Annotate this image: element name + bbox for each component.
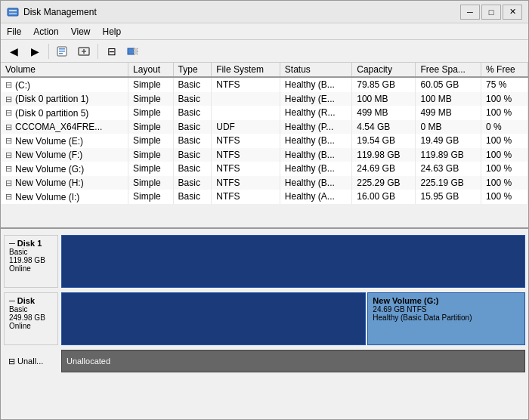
partition-g-status: Healthy (Basic Data Partition): [373, 313, 520, 322]
table-row[interactable]: ⊟(Disk 0 partition 5)SimpleBasicHealthy …: [1, 106, 528, 120]
disk2-type: Basic: [9, 305, 53, 313]
cell-layout: Simple: [128, 77, 173, 92]
svg-rect-10: [128, 48, 134, 54]
disk1-name: ─ Disk 1: [9, 239, 53, 248]
cell-volume: ⊟New Volume (G:): [1, 162, 128, 176]
cell-fs: NTFS: [212, 134, 280, 148]
main-content: Volume Layout Type File System Status Ca…: [1, 63, 528, 419]
cell-volume: ⊟(C:): [1, 77, 128, 92]
minimize-button[interactable]: ─: [460, 5, 480, 20]
app-icon: [7, 6, 19, 18]
table-row[interactable]: ⊟(C:)SimpleBasicNTFSHealthy (B...79.85 G…: [1, 77, 528, 92]
cell-pct: 100 %: [481, 190, 528, 204]
table-row[interactable]: ⊟New Volume (E:)SimpleBasicNTFSHealthy (…: [1, 134, 528, 148]
cell-free: 119.89 GB: [416, 148, 481, 162]
table-row[interactable]: ⊟New Volume (I:)SimpleBasicNTFSHealthy (…: [1, 190, 528, 204]
col-volume: Volume: [1, 63, 128, 77]
svg-rect-5: [59, 51, 65, 52]
cell-pct: 100 %: [481, 176, 528, 190]
cell-volume: ⊟CCCOMA_X64FRE...: [1, 120, 128, 134]
maximize-button[interactable]: □: [481, 5, 501, 20]
menu-bar: File Action View Help: [1, 23, 528, 40]
svg-rect-2: [9, 13, 17, 14]
menu-file[interactable]: File: [1, 25, 27, 39]
cell-layout: Simple: [128, 106, 173, 120]
cell-free: 499 MB: [416, 106, 481, 120]
cell-fs: NTFS: [212, 148, 280, 162]
cell-type: Basic: [173, 148, 212, 162]
cell-volume: ⊟(Disk 0 partition 5): [1, 106, 128, 120]
disk1-type: Basic: [9, 248, 53, 256]
cell-pct: 0 %: [481, 120, 528, 134]
cell-fs: [212, 106, 280, 120]
cell-type: Basic: [173, 77, 212, 92]
table-header-row: Volume Layout Type File System Status Ca…: [1, 63, 528, 77]
cell-layout: Simple: [128, 92, 173, 107]
disk-properties-button[interactable]: [53, 42, 73, 60]
cell-status: Healthy (B...: [280, 162, 351, 176]
col-pctfree: % Free: [481, 63, 528, 77]
cell-pct: 75 %: [481, 77, 528, 92]
cell-layout: Simple: [128, 190, 173, 204]
cell-free: 60.05 GB: [416, 77, 481, 92]
cell-capacity: 24.69 GB: [352, 162, 416, 176]
cell-capacity: 16.00 GB: [352, 190, 416, 204]
unallocated-icon: ⊟ Unall...: [8, 357, 43, 366]
cell-type: Basic: [173, 134, 212, 148]
toolbar-separator-2: [97, 44, 98, 59]
disk2-label: ─ Disk Basic 249.98 GB Online: [4, 292, 58, 345]
disk-table-container: Volume Layout Type File System Status Ca…: [1, 63, 528, 229]
disk1-status: Online: [9, 264, 53, 273]
forward-button[interactable]: ▶: [25, 42, 45, 60]
cell-pct: 100 %: [481, 134, 528, 148]
unallocated-row: ⊟ Unall... Unallocated: [4, 350, 525, 372]
menu-view[interactable]: View: [65, 25, 97, 39]
unallocated-label: ⊟ Unall...: [4, 350, 58, 372]
shrink-button[interactable]: ⊟: [102, 42, 122, 60]
cell-free: 15.95 GB: [416, 190, 481, 204]
cell-free: 100 MB: [416, 92, 481, 107]
cell-capacity: 225.29 GB: [352, 176, 416, 190]
window-title: Disk Management: [23, 7, 460, 17]
disk2-partition-main[interactable]: [61, 292, 366, 345]
window-controls: ─ □ ✕: [460, 5, 522, 20]
cell-free: 0 MB: [416, 120, 481, 134]
disk1-label: ─ Disk 1 Basic 119.98 GB Online: [4, 235, 58, 288]
cell-fs: [212, 92, 280, 107]
menu-help[interactable]: Help: [97, 25, 128, 39]
toolbar-separator-1: [48, 44, 49, 59]
cell-status: Healthy (R...: [280, 106, 351, 120]
cell-volume: ⊟New Volume (E:): [1, 134, 128, 148]
svg-rect-1: [9, 10, 17, 11]
cell-free: 24.63 GB: [416, 162, 481, 176]
cell-volume: ⊟New Volume (H:): [1, 176, 128, 190]
cell-capacity: 119.98 GB: [352, 148, 416, 162]
menu-action[interactable]: Action: [27, 25, 64, 39]
cell-volume: ⊟(Disk 0 partition 1): [1, 92, 128, 107]
table-row[interactable]: ⊟CCCOMA_X64FRE...SimpleBasicUDFHealthy (…: [1, 120, 528, 134]
disk2-size: 249.98 GB: [9, 313, 53, 322]
unallocated-bar: Unallocated: [61, 350, 525, 372]
cell-volume: ⊟New Volume (I:): [1, 190, 128, 204]
cell-volume: ⊟New Volume (F:): [1, 148, 128, 162]
extend-button[interactable]: [123, 42, 143, 60]
disk2-partition-g[interactable]: New Volume (G:) 24.69 GB NTFS Healthy (B…: [367, 292, 525, 345]
table-row[interactable]: ⊟New Volume (F:)SimpleBasicNTFSHealthy (…: [1, 148, 528, 162]
disk1-partition-main[interactable]: [61, 235, 525, 288]
create-vhd-button[interactable]: [74, 42, 94, 60]
close-button[interactable]: ✕: [503, 5, 522, 20]
cell-pct: 100 %: [481, 148, 528, 162]
table-row[interactable]: ⊟New Volume (H:)SimpleBasicNTFSHealthy (…: [1, 176, 528, 190]
cell-pct: 100 %: [481, 92, 528, 107]
cell-fs: NTFS: [212, 190, 280, 204]
table-row[interactable]: ⊟New Volume (G:)SimpleBasicNTFSHealthy (…: [1, 162, 528, 176]
cell-status: Healthy (A...: [280, 190, 351, 204]
cell-type: Basic: [173, 92, 212, 107]
cell-type: Basic: [173, 106, 212, 120]
table-row[interactable]: ⊟(Disk 0 partition 1)SimpleBasicHealthy …: [1, 92, 528, 107]
disk1-partitions: [61, 235, 525, 288]
cell-status: Healthy (B...: [280, 134, 351, 148]
cell-pct: 100 %: [481, 162, 528, 176]
cell-status: Healthy (B...: [280, 77, 351, 92]
back-button[interactable]: ◀: [4, 42, 23, 60]
